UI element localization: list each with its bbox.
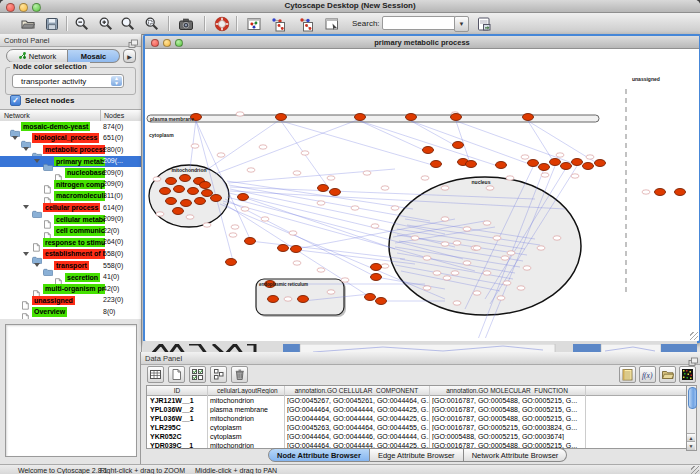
network-node[interactable] bbox=[406, 114, 417, 121]
table-cell[interactable]: [GO:0045267, GO:0045261, GO:0044464, G..… bbox=[284, 397, 429, 404]
network-node-small[interactable] bbox=[451, 271, 459, 275]
expander-icon[interactable] bbox=[34, 263, 40, 267]
network-node-small[interactable] bbox=[497, 296, 505, 300]
network-node[interactable] bbox=[371, 274, 382, 281]
network-node[interactable] bbox=[195, 198, 206, 205]
network-node[interactable] bbox=[181, 200, 192, 207]
select-nodes-checkbox[interactable]: ✓ bbox=[10, 95, 21, 106]
table-row[interactable]: YPL036W__1mitochondrion[GO:0044464, GO:0… bbox=[147, 414, 688, 423]
network-node-small[interactable] bbox=[317, 268, 325, 272]
network-node[interactable] bbox=[431, 161, 442, 168]
tree-row[interactable]: response to stimul264(0) bbox=[0, 237, 141, 249]
zoom-in-icon[interactable] bbox=[96, 15, 116, 32]
tree-row[interactable]: Overview8(0) bbox=[0, 307, 141, 319]
network-node-small[interactable] bbox=[391, 206, 399, 210]
vizmap-edit-icon[interactable] bbox=[296, 15, 316, 32]
table-cell[interactable]: [GO:0044464, GO:0044444, GO:0044425, G..… bbox=[284, 415, 429, 422]
network-node[interactable] bbox=[238, 194, 249, 201]
network-node-small[interactable] bbox=[186, 215, 194, 219]
network-node-small[interactable] bbox=[156, 212, 164, 216]
birdseye-view[interactable] bbox=[5, 324, 137, 457]
import-attributes-icon[interactable] bbox=[659, 366, 676, 383]
attribute-table-icon[interactable] bbox=[147, 366, 164, 383]
table-cell[interactable]: cytoplasm bbox=[207, 433, 284, 440]
expander-icon[interactable] bbox=[23, 252, 29, 256]
table-cell[interactable]: [GO:0016787, GO:0005488, GO:0005215, G..… bbox=[429, 397, 585, 404]
network-node[interactable] bbox=[226, 259, 237, 266]
delete-attribute-icon[interactable] bbox=[231, 366, 248, 383]
tab-network-attribute-browser[interactable]: Network Attribute Browser bbox=[464, 448, 568, 462]
table-row[interactable]: YLR295Ccytoplasm[GO:0045263, GO:0044464,… bbox=[147, 423, 688, 432]
network-node[interactable] bbox=[180, 175, 191, 182]
network-node[interactable] bbox=[318, 185, 329, 192]
network-node-small[interactable] bbox=[191, 144, 199, 148]
annotation-icon[interactable] bbox=[322, 15, 342, 32]
column-header[interactable]: ID bbox=[147, 387, 207, 394]
network-node[interactable] bbox=[561, 163, 572, 170]
network-node[interactable] bbox=[166, 178, 177, 185]
tab-mosaic[interactable]: Mosaic bbox=[68, 49, 120, 63]
network-node[interactable] bbox=[595, 160, 606, 167]
table-header[interactable]: ID_cellularLayoutRegionannotation.GO CEL… bbox=[147, 386, 688, 396]
network-node-small[interactable] bbox=[327, 176, 335, 180]
table-cell[interactable]: YDR039C__1 bbox=[147, 442, 207, 449]
expander-icon[interactable] bbox=[23, 147, 29, 151]
network-node-small[interactable] bbox=[541, 173, 549, 177]
network-node-small[interactable] bbox=[443, 276, 451, 280]
table-cell[interactable]: [GO:0044464, GO:0044446, GO:0044444, G..… bbox=[284, 433, 429, 440]
network-node-small[interactable] bbox=[503, 281, 511, 285]
tree-row[interactable]: cellular process614(0) bbox=[0, 202, 141, 214]
table-cell[interactable]: [GO:0045263, GO:0044464, GO:0044455, G..… bbox=[284, 424, 429, 431]
network-node-small[interactable] bbox=[571, 174, 579, 178]
table-cell[interactable]: YKR052C bbox=[147, 433, 207, 440]
network-node-small[interactable] bbox=[483, 271, 491, 275]
open-icon[interactable] bbox=[18, 15, 38, 32]
network-node-small[interactable] bbox=[301, 151, 309, 155]
network-node[interactable] bbox=[466, 161, 477, 168]
network-view-titlebar[interactable]: primary metabolic process bbox=[145, 36, 699, 49]
table-cell[interactable]: [GO:0016787, GO:0005215, GO:0003824, G..… bbox=[429, 424, 585, 431]
network-node-small[interactable] bbox=[441, 186, 449, 190]
network-canvas[interactable]: plasma membranecytoplasmmitochondrionnuc… bbox=[145, 49, 695, 338]
network-node-small[interactable] bbox=[284, 297, 292, 301]
network-node-small[interactable] bbox=[642, 190, 650, 194]
tree-row[interactable]: primary metabo209(... bbox=[0, 156, 141, 168]
network-node-small[interactable] bbox=[341, 278, 349, 282]
unselect-attributes-icon[interactable] bbox=[210, 366, 227, 383]
network-window-icon[interactable] bbox=[244, 15, 264, 32]
network-node-small[interactable] bbox=[371, 224, 379, 228]
network-node[interactable] bbox=[200, 182, 211, 189]
formula-icon[interactable]: f(x) bbox=[639, 366, 656, 383]
network-node[interactable] bbox=[453, 142, 464, 149]
network-node-small[interactable] bbox=[259, 145, 267, 149]
matrix-icon[interactable] bbox=[679, 366, 696, 383]
table-row[interactable]: YPL036W__2plasma membrane[GO:0044464, GO… bbox=[147, 405, 688, 414]
network-node-small[interactable] bbox=[327, 290, 335, 294]
network-node[interactable] bbox=[523, 114, 534, 121]
new-attribute-icon[interactable] bbox=[168, 366, 185, 383]
tab-node-attribute-browser[interactable]: Node Attribute Browser bbox=[268, 448, 370, 462]
search-input[interactable] bbox=[382, 16, 456, 30]
table-cell[interactable]: [GO:0044464, GO:0044444, GO:0044425, G..… bbox=[284, 406, 429, 413]
network-node-small[interactable] bbox=[433, 271, 441, 275]
tree-row[interactable]: unassigned223(0) bbox=[0, 295, 141, 307]
network-node-small[interactable] bbox=[507, 251, 515, 255]
snapshot-icon[interactable] bbox=[176, 15, 196, 32]
network-node-small[interactable] bbox=[463, 227, 471, 231]
tree-row[interactable]: biological_process651(0) bbox=[0, 133, 141, 145]
tree-row[interactable]: secretion41(0) bbox=[0, 272, 141, 284]
table-cell[interactable]: YPL036W__1 bbox=[147, 415, 207, 422]
search-options-dropdown[interactable]: ▼ bbox=[454, 16, 469, 32]
tree-row[interactable]: establishment of lo558(0) bbox=[0, 249, 141, 261]
select-attributes-icon[interactable] bbox=[189, 366, 206, 383]
import-table-icon[interactable] bbox=[474, 15, 494, 32]
table-cell[interactable]: mitochondrion bbox=[207, 415, 284, 422]
network-node[interactable] bbox=[188, 188, 199, 195]
network-node[interactable] bbox=[496, 162, 507, 169]
tree-row[interactable]: multi-organism pro42(0) bbox=[0, 283, 141, 295]
network-node-small[interactable] bbox=[229, 233, 237, 237]
network-node-small[interactable] bbox=[203, 223, 211, 227]
network-node[interactable] bbox=[423, 147, 434, 154]
network-node[interactable] bbox=[278, 245, 289, 252]
table-scrollbar[interactable]: ▲▼ bbox=[686, 385, 697, 451]
